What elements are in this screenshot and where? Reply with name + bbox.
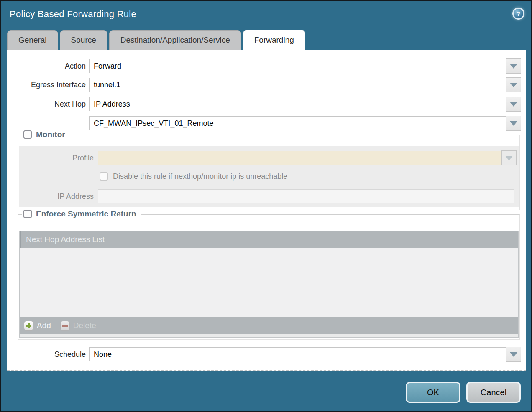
next-hop-dropdown-button[interactable] xyxy=(506,97,521,112)
forwarding-tab-panel: Action Forward Egress Interface tunnel.1… xyxy=(7,50,526,371)
tab-source[interactable]: Source xyxy=(60,30,107,50)
next-hop-address-list-header: Next Hop Address List xyxy=(20,231,518,248)
monitor-ip-label: IP Address xyxy=(19,192,98,201)
chevron-down-icon xyxy=(510,352,517,357)
disable-rule-checkbox xyxy=(100,172,108,181)
chevron-down-icon xyxy=(510,83,517,87)
next-hop-address-list-header-label: Next Hop Address List xyxy=(26,235,105,244)
schedule-label: Schedule xyxy=(7,350,89,359)
symmetric-return-checkbox[interactable] xyxy=(23,210,32,218)
action-label: Action xyxy=(7,62,89,71)
monitor-title: Monitor xyxy=(36,130,65,139)
profile-row: Profile xyxy=(19,150,519,165)
cancel-button[interactable]: Cancel xyxy=(466,382,521,403)
monitor-group: Monitor Profile Disable this rule if nex… xyxy=(18,135,520,210)
next-hop-type-field[interactable]: IP Address xyxy=(89,97,506,111)
chevron-down-icon xyxy=(505,156,513,160)
plus-icon xyxy=(24,321,33,331)
action-row: Action Forward xyxy=(7,58,526,74)
tab-destination-application-service[interactable]: Destination/Application/Service xyxy=(109,30,241,50)
monitor-ip-field xyxy=(98,189,514,203)
help-icon-glyph: ? xyxy=(517,10,520,17)
action-dropdown-button[interactable] xyxy=(506,58,521,74)
next-hop-address-row: CF_MWAN_IPsec_VTI_01_Remote xyxy=(7,116,526,131)
next-hop-address-list-table: Next Hop Address List Add Delete xyxy=(19,231,519,338)
ok-button[interactable]: OK xyxy=(406,382,460,403)
next-hop-address-dropdown-button[interactable] xyxy=(506,116,521,131)
table-bottom-strip xyxy=(20,334,518,337)
tab-general[interactable]: General xyxy=(7,30,58,50)
schedule-row: Schedule None xyxy=(7,347,526,362)
add-button[interactable]: Add xyxy=(24,321,51,331)
symmetric-return-legend: Enforce Symmetric Return xyxy=(22,209,141,219)
minus-icon xyxy=(60,321,70,331)
chevron-down-icon xyxy=(510,64,517,69)
help-icon[interactable]: ? xyxy=(512,8,524,20)
profile-dropdown-button xyxy=(501,150,517,165)
egress-interface-field[interactable]: tunnel.1 xyxy=(89,78,506,92)
profile-label: Profile xyxy=(19,154,98,163)
egress-interface-row: Egress Interface tunnel.1 xyxy=(7,77,526,92)
monitor-checkbox[interactable] xyxy=(23,130,32,139)
add-button-label: Add xyxy=(37,321,51,330)
delete-button-label: Delete xyxy=(73,321,96,330)
tab-bar: General Source Destination/Application/S… xyxy=(7,30,305,50)
disable-rule-row: Disable this rule if nexthop/monitor ip … xyxy=(19,171,519,182)
tab-forwarding[interactable]: Forwarding xyxy=(243,30,305,50)
monitor-inner-panel: Profile Disable this rule if nexthop/mon… xyxy=(19,146,519,207)
disable-rule-label: Disable this rule if nexthop/monitor ip … xyxy=(113,172,287,181)
chevron-down-icon xyxy=(510,121,517,126)
action-field[interactable]: Forward xyxy=(89,59,506,73)
symmetric-return-title: Enforce Symmetric Return xyxy=(36,209,136,219)
schedule-field[interactable]: None xyxy=(89,347,506,361)
chevron-down-icon xyxy=(510,102,517,107)
symmetric-return-group: Enforce Symmetric Return Next Hop Addres… xyxy=(18,214,520,340)
monitor-ip-row: IP Address xyxy=(19,189,519,204)
next-hop-label: Next Hop xyxy=(7,100,89,109)
next-hop-row: Next Hop IP Address xyxy=(7,97,526,112)
egress-interface-dropdown-button[interactable] xyxy=(506,77,521,92)
next-hop-address-field[interactable]: CF_MWAN_IPsec_VTI_01_Remote xyxy=(89,116,506,130)
next-hop-address-list-body[interactable] xyxy=(20,248,518,317)
dialog-title: Policy Based Forwarding Rule xyxy=(10,9,136,20)
egress-interface-label: Egress Interface xyxy=(7,81,89,89)
schedule-dropdown-button[interactable] xyxy=(506,347,521,362)
profile-field xyxy=(98,151,501,165)
delete-button: Delete xyxy=(60,321,96,331)
next-hop-address-list-toolbar: Add Delete xyxy=(20,317,518,334)
monitor-legend: Monitor xyxy=(22,130,69,139)
